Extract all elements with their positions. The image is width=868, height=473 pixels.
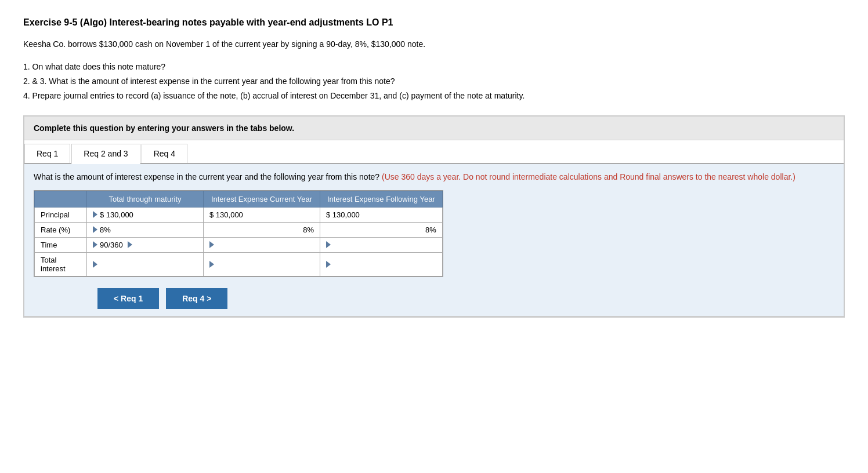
row-label-principal: Principal	[35, 207, 87, 222]
tab-req2and3[interactable]: Req 2 and 3	[71, 144, 140, 164]
total-interest-following-input[interactable]	[333, 260, 436, 268]
principal-current-value: 130,000	[216, 210, 243, 219]
principal-total-cell: $ 130,000	[87, 207, 204, 222]
instructions-text: Complete this question by entering your …	[34, 123, 834, 133]
total-interest-total-cell[interactable]	[87, 252, 204, 276]
principal-total-value: 130,000	[106, 210, 133, 219]
row-label-total-interest: Total interest	[35, 252, 87, 276]
tabs-container: Req 1 Req 2 and 3 Req 4 What is the amou…	[24, 140, 844, 317]
principal-following-cell: $ 130,000	[320, 207, 443, 222]
rate-total-value: 8%	[100, 225, 111, 234]
intro-text: Keesha Co. borrows $130,000 cash on Nove…	[23, 38, 845, 50]
triangle-icon-ti3	[326, 261, 331, 268]
total-interest-current-cell[interactable]	[204, 252, 320, 276]
rate-following-value: 8%	[425, 225, 436, 234]
col-header-current: Interest Expense Current Year	[204, 191, 320, 207]
row-label-time: Time	[35, 237, 87, 252]
question-2: 2. & 3. What is the amount of interest e…	[23, 74, 845, 89]
time-total-value: 90/360	[100, 241, 123, 249]
interest-table-wrapper: Total through maturity Interest Expense …	[34, 190, 443, 277]
page-title: Exercise 9-5 (Algo) Interest-bearing not…	[23, 17, 845, 28]
rate-following-cell: 8%	[320, 222, 443, 237]
time-current-cell[interactable]	[204, 237, 320, 252]
rate-current-cell: 8%	[204, 222, 320, 237]
triangle-icon-ti2	[209, 261, 214, 268]
triangle-icon-t4	[326, 241, 331, 248]
row-label-rate: Rate (%)	[35, 222, 87, 237]
triangle-icon-r1	[93, 226, 97, 233]
question-1: 1. On what date does this note mature?	[23, 60, 845, 74]
instructions-box: Complete this question by entering your …	[24, 116, 844, 140]
triangle-icon-ti1	[93, 261, 97, 268]
col-header-total: Total through maturity	[87, 191, 204, 207]
table-row-time: Time 90/360	[35, 237, 443, 252]
principal-total-dollar: $	[100, 210, 104, 219]
time-total-cell: 90/360	[87, 237, 204, 252]
tabs-row: Req 1 Req 2 and 3 Req 4	[24, 140, 844, 164]
time-current-input[interactable]	[216, 241, 314, 249]
rate-total-cell: 8%	[87, 222, 204, 237]
prev-button[interactable]: < Req 1	[97, 288, 159, 309]
next-button[interactable]: Req 4 >	[166, 288, 227, 309]
tab-question-text: What is the amount of interest expense i…	[34, 171, 834, 183]
tabs-outer-wrapper: Complete this question by entering your …	[23, 115, 845, 318]
tab-req1[interactable]: Req 1	[24, 144, 70, 163]
tab-req4[interactable]: Req 4	[142, 144, 187, 163]
triangle-icon-p1	[93, 211, 97, 218]
total-interest-total-input[interactable]	[100, 260, 197, 268]
table-row-total-interest: Total interest	[35, 252, 443, 276]
table-row-rate: Rate (%) 8% 8% 8%	[35, 222, 443, 237]
triangle-icon-t1	[93, 241, 97, 248]
nav-buttons: < Req 1 Req 4 >	[97, 288, 834, 309]
principal-current-cell: $ 130,000	[204, 207, 320, 222]
col-header-following: Interest Expense Following Year	[320, 191, 443, 207]
interest-table: Total through maturity Interest Expense …	[34, 191, 443, 276]
total-interest-current-input[interactable]	[216, 260, 314, 268]
triangle-icon-t3	[209, 241, 214, 248]
principal-current-dollar: $	[209, 210, 214, 219]
table-row-principal: Principal $ 130,000 $	[35, 207, 443, 222]
col-header-empty	[35, 191, 87, 207]
tab-content: What is the amount of interest expense i…	[24, 164, 844, 316]
time-following-input[interactable]	[333, 241, 436, 249]
question-4: 4. Prepare journal entries to record (a)…	[23, 89, 845, 103]
principal-following-dollar: $	[326, 210, 330, 219]
questions-section: 1. On what date does this note mature? 2…	[23, 60, 845, 104]
principal-following-value: 130,000	[332, 210, 360, 219]
total-interest-following-cell[interactable]	[320, 252, 443, 276]
time-following-cell[interactable]	[320, 237, 443, 252]
rate-current-value: 8%	[303, 225, 314, 234]
triangle-icon-t2	[128, 241, 132, 248]
